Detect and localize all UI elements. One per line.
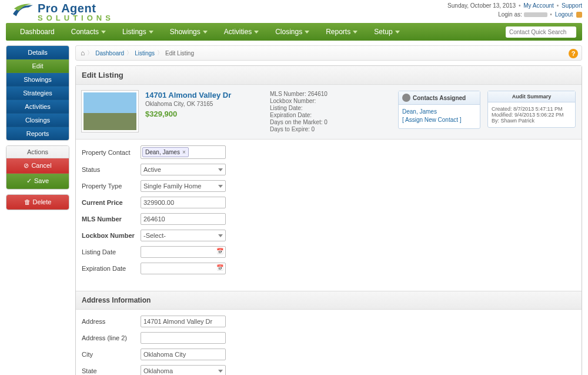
sidebar-showings[interactable]: Showings [6, 73, 69, 87]
city-label: City [82, 351, 141, 358]
mls-dom: Days on the Market: 0 [270, 119, 376, 125]
city-input[interactable] [141, 349, 226, 360]
cancel-icon: ⊘ [24, 162, 29, 169]
assign-new-contact[interactable]: [ Assign New Contact ] [402, 117, 476, 123]
mls-number: MLS Number: 264610 [270, 91, 376, 97]
chevron-down-icon [149, 31, 153, 34]
contact-quick-search[interactable] [506, 26, 576, 38]
status-select[interactable]: Active [141, 164, 226, 175]
listing-price: $329,900 [145, 109, 263, 118]
lock-icon [576, 12, 582, 18]
nav-listings[interactable]: Listings [114, 23, 162, 41]
property-contact-label: Property Contact [82, 149, 141, 156]
audit-created: Created: 8/7/2013 5:47:11 PM [492, 106, 572, 112]
expiration-date-label: Expiration Date [82, 265, 141, 272]
login-as-label: Login as: [498, 11, 522, 18]
my-account-link[interactable]: My Account [523, 2, 554, 9]
state-select[interactable]: Oklahoma [141, 365, 226, 375]
lockbox-select[interactable]: -Select- [141, 230, 226, 241]
chevron-down-icon [305, 31, 309, 34]
logo-text-main: Pro Agent [38, 2, 114, 14]
cancel-button[interactable]: ⊘Cancel [6, 158, 69, 174]
sidebar-tabs: Details Edit Showings Strategies Activit… [6, 45, 69, 141]
mls-number-label: MLS Number [82, 215, 141, 223]
chevron-down-icon [395, 31, 400, 34]
address2-input[interactable] [141, 332, 226, 344]
nav-dashboard[interactable]: Dashboard [12, 23, 63, 41]
header-date: Sunday, October 13, 2013 [447, 2, 516, 9]
nav-showings[interactable]: Showings [162, 23, 216, 41]
main-nav: Dashboard Contacts Listings Showings Act… [6, 23, 582, 41]
crumb-current: Edit Listing [165, 50, 194, 57]
current-price-input[interactable] [141, 197, 226, 208]
lockbox-label: Lockbox Number [82, 232, 141, 239]
crumb-listings[interactable]: Listings [135, 50, 155, 57]
people-icon [402, 94, 410, 102]
sidebar-reports[interactable]: Reports [6, 127, 69, 140]
nav-reports[interactable]: Reports [318, 23, 366, 41]
save-button[interactable]: ✓Save [6, 174, 69, 189]
nav-contacts[interactable]: Contacts [63, 23, 114, 41]
page-title: Edit Listing [76, 66, 582, 85]
address-label: Address [82, 318, 141, 325]
contacts-assigned-box: Contacts Assigned Dean, James [ Assign N… [398, 91, 480, 129]
listing-photo [82, 91, 138, 132]
sidebar-closings[interactable]: Closings [6, 114, 69, 127]
chevron-down-icon [101, 31, 106, 34]
address-input[interactable] [141, 316, 226, 327]
logo: Pro Agent SOLUTIONS [12, 2, 114, 22]
mls-listing-date: Listing Date: [270, 105, 376, 111]
property-contact-tag[interactable]: Dean, James× [142, 147, 189, 157]
logout-link[interactable]: Logout [555, 11, 573, 18]
sidebar-strategies[interactable]: Strategies [6, 87, 69, 100]
listing-address: 14701 Almond Valley Dr [145, 91, 263, 99]
chevron-down-icon [203, 31, 208, 34]
calendar-icon[interactable]: 📅 [216, 264, 223, 271]
current-price-label: Current Price [82, 199, 141, 206]
trash-icon: 🗑 [24, 198, 31, 205]
nav-activities[interactable]: Activities [216, 23, 267, 41]
contact-link[interactable]: Dean, James [402, 108, 476, 115]
breadcrumb: ⌂ 〉 Dashboard 〉 Listings 〉 Edit Listing … [75, 45, 582, 61]
audit-by: By: Shawn Patrick [492, 118, 572, 124]
nav-setup[interactable]: Setup [366, 23, 407, 41]
logo-text-sub: SOLUTIONS [38, 14, 114, 22]
crumb-dashboard[interactable]: Dashboard [95, 50, 124, 57]
chevron-down-icon [353, 31, 358, 34]
help-icon[interactable]: ? [569, 49, 578, 58]
listing-date-input[interactable] [141, 246, 226, 258]
support-link[interactable]: Support [562, 2, 582, 9]
sidebar-details[interactable]: Details [6, 46, 69, 59]
expiration-date-input[interactable] [141, 263, 226, 274]
actions-head: Actions [6, 146, 69, 158]
mls-dte: Days to Expire: 0 [270, 126, 376, 132]
audit-modified: Modified: 9/4/2013 5:06:22 PM [492, 112, 572, 118]
address-section-head: Address Information [76, 291, 582, 310]
check-icon: ✓ [26, 177, 32, 184]
chevron-down-icon [218, 185, 223, 188]
listing-date-label: Listing Date [82, 248, 141, 255]
mls-lockbox: Lockbox Number: [270, 98, 376, 104]
address2-label: Address (line 2) [82, 334, 141, 341]
chevron-down-icon [254, 31, 259, 34]
calendar-icon[interactable]: 📅 [216, 248, 223, 254]
listing-city-state: Oklahoma City, OK 73165 [145, 101, 263, 107]
remove-tag-icon[interactable]: × [182, 149, 186, 155]
chevron-down-icon [218, 168, 223, 171]
logo-icon [12, 3, 34, 22]
status-label: Status [82, 166, 141, 173]
sidebar-activities[interactable]: Activities [6, 100, 69, 114]
chevron-down-icon [218, 370, 223, 373]
sidebar-edit[interactable]: Edit [6, 59, 69, 73]
nav-closings[interactable]: Closings [267, 23, 318, 41]
property-type-label: Property Type [82, 182, 141, 190]
login-as-user [524, 12, 547, 17]
chevron-down-icon [218, 234, 223, 237]
delete-button[interactable]: 🗑Delete [6, 195, 69, 210]
audit-summary-box: Audit Summary Created: 8/7/2013 5:47:11 … [487, 91, 576, 128]
mls-number-input[interactable] [141, 213, 226, 225]
state-label: State [82, 367, 141, 374]
home-icon[interactable]: ⌂ [81, 49, 85, 57]
mls-expiration: Expiration Date: [270, 112, 376, 118]
property-type-select[interactable]: Single Family Home [141, 180, 226, 192]
